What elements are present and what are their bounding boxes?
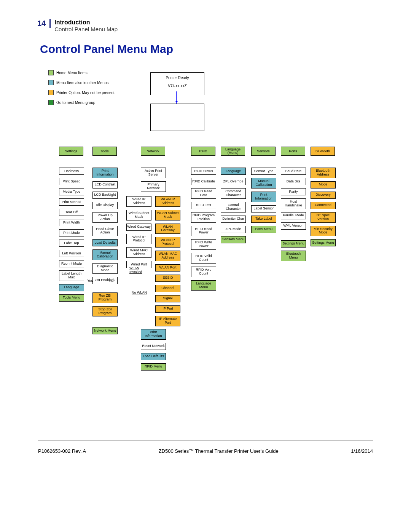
node-stop-zbi: Stop ZBI Program [92, 306, 118, 317]
node: Print Speed [59, 178, 84, 185]
node-tools-menu: Tools Menu [59, 294, 84, 302]
node: Reprint Mode [59, 260, 84, 267]
node-bluetooth-menu: Bluetooth Menu [281, 251, 306, 261]
node: Wired IP Protocol [126, 234, 151, 244]
node-manual-cal: Manual Calibration [92, 249, 118, 260]
node: WLAN Port [155, 264, 180, 272]
node: Command Character [221, 188, 246, 199]
cat-language: Language (Menu) [221, 147, 245, 156]
node: Host Handshake [281, 198, 306, 209]
node: RFID Test [191, 202, 216, 209]
node: Print Mode [59, 229, 84, 236]
legend: Home Menu Items Menu Item also in other … [48, 68, 116, 107]
node: Control Character [221, 202, 246, 212]
node: RFID Calibrate [191, 178, 216, 185]
node: Left Position [59, 250, 84, 257]
node-network-menu: Network Menu [92, 327, 118, 334]
legend-swatch-option [48, 90, 54, 95]
node-settings-menu: Settings Menu [281, 240, 306, 248]
col-network-wlan: WLAN IP Address WLAN Subnet Mask WLAN Ga… [155, 196, 180, 329]
legend-swatch-next [48, 100, 54, 105]
category-row: Settings Tools Network RFID Language (Me… [0, 147, 411, 155]
node: Label Top [59, 240, 84, 247]
node: Wired IP Address [126, 196, 151, 207]
cat-settings: Settings [59, 147, 83, 156]
node: WLAN IP Address [155, 196, 180, 207]
node: BT Spec Version [311, 212, 336, 223]
col-network-wired: Wired IP Address Wired Subnet Mask Wired… [126, 196, 151, 271]
node: RFID Read Power [191, 226, 216, 236]
node: Signal [155, 295, 180, 302]
node: Print Method [59, 198, 84, 206]
node-print-info: Print Information [92, 168, 118, 178]
node: LCD Backlight [92, 192, 118, 199]
node: RFID Status [191, 168, 216, 175]
node: RFID Void Count [191, 267, 216, 277]
node-ports-menu: Ports Menu [251, 226, 276, 233]
col-ports: Baud Rate Data Bits Parity Host Handshak… [281, 168, 306, 264]
cat-network: Network [141, 147, 165, 156]
node: Label Sensor [251, 205, 276, 212]
node: Parallel Mode [281, 212, 306, 219]
annot-no-wlan: No WLAN [132, 291, 147, 294]
node: Bluetooth Address [311, 168, 336, 178]
node: Print Width [59, 219, 84, 226]
cat-ports: Ports [281, 147, 305, 156]
node: Head Close Action [92, 226, 118, 236]
node: ZPL Override [221, 178, 246, 185]
page-footer: P1062653-002 Rev. A ZD500 Series™ Therma… [38, 441, 373, 454]
page-header: 14 Introduction Control Panel Menu Map [37, 19, 118, 32]
node: IP Port [155, 305, 180, 313]
annot-yes: Yes [87, 279, 93, 283]
node: Sensor Type [251, 168, 276, 175]
node-rfid-menu: RFID Menu [141, 363, 166, 371]
node-run-zbi: Run ZBI Program [92, 292, 118, 303]
node-load-defaults: Load Defaults [92, 239, 118, 246]
node: RFID Program Position [191, 212, 216, 223]
col-settings: Darkness Print Speed Media Type Print Me… [59, 168, 84, 305]
node: LCD Contrast [92, 181, 118, 189]
node-print-info: Print Information [141, 329, 166, 340]
node: Label Length Max [59, 270, 84, 281]
node: Wired Gateway [126, 224, 151, 231]
node: Wired MAC Address [126, 247, 151, 258]
legend-swatch-also [48, 80, 54, 85]
node-manual-cal: Manual Calibration [251, 178, 276, 189]
node: Parity [281, 188, 306, 195]
footer-left: P1062653-002 Rev. A [38, 448, 86, 454]
node: Delimiter Char [221, 216, 246, 223]
footer-right: 1/16/2014 [351, 448, 373, 454]
home-screen-box [150, 104, 204, 131]
col-language: Language ZPL Override Command Character … [221, 168, 246, 246]
node: Take Label [251, 216, 276, 223]
printer-ready-box: Printer Ready V74.xx.xxZ [150, 72, 204, 95]
node: Darkness [59, 168, 84, 175]
cat-rfid: RFID [191, 147, 215, 156]
col-network-top: Active Print Server Primary Network [141, 168, 166, 195]
col-bluetooth: Bluetooth Address Mode Discovery Connect… [311, 168, 336, 249]
col-rfid: RFID Status RFID Calibrate RFID Read Dat… [191, 168, 216, 294]
page-number: 14 [37, 19, 51, 28]
node: Baud Rate [281, 168, 306, 175]
node: RFID Valid Count [191, 253, 216, 264]
node: Mode [311, 181, 336, 189]
col-tools: Print Information LCD Contrast LCD Backl… [92, 168, 118, 337]
node: WLAN IP Protocol [155, 237, 180, 248]
page-title: Control Panel Menu Map [40, 43, 173, 56]
node: ZPL Mode [221, 226, 246, 233]
node: RFID Write Power [191, 239, 216, 250]
node: ZBI Enabled? [92, 277, 118, 284]
node: RFID Read Data [191, 188, 216, 199]
node: Min Security Mode [311, 226, 336, 236]
node: Media Type [59, 188, 84, 195]
cat-tools: Tools [92, 147, 117, 156]
node: Connected [311, 202, 336, 209]
node: Channel [155, 285, 180, 292]
cat-bluetooth: Bluetooth [311, 147, 335, 156]
node: Primary Network [141, 181, 166, 192]
node: Discovery [311, 192, 336, 199]
annot-wlan-installed: WLAN Installed [129, 266, 151, 274]
node: Active Print Server [141, 168, 166, 178]
legend-swatch-home [48, 70, 54, 75]
node: Tear Off [59, 209, 84, 216]
